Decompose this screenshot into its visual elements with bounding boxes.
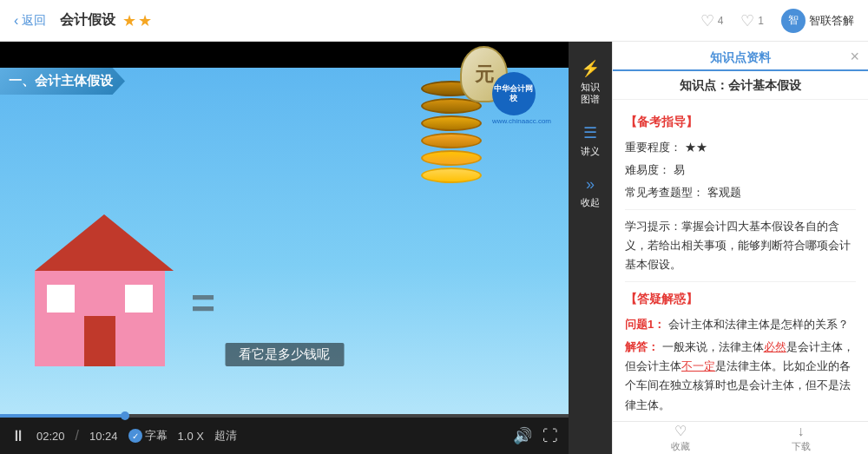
question-type-row: 常见考查题型： 客观题 [625, 183, 856, 202]
fullscreen-button[interactable]: ⛶ [542, 427, 558, 445]
logo-text: 中华会计网校 [492, 84, 536, 103]
page-title: 会计假设 [60, 11, 115, 30]
q1-label: 问题1： [625, 318, 665, 331]
q1-text: 会计主体和法律主体是怎样的关系？ [668, 318, 849, 331]
star2-icon: ★ [138, 11, 152, 30]
importance-label: 重要程度： [625, 141, 681, 154]
importance-row: 重要程度： ★★ [625, 138, 856, 157]
difficulty-label: 难易度： [625, 163, 670, 176]
progress-bar[interactable] [0, 414, 569, 418]
coin-4 [421, 133, 482, 148]
lecture-icon: ☰ [583, 123, 597, 142]
panel-close-button[interactable]: × [850, 49, 859, 64]
house-wall [35, 271, 165, 366]
question-type-label: 常见考查题型： [625, 186, 704, 199]
avatar: 智 [781, 9, 806, 33]
like-count: 4 [718, 15, 724, 27]
volume-button[interactable]: 🔊 [513, 426, 532, 445]
coins-stack: 元 [421, 81, 482, 183]
main-content: 一、会计主体假设 中华会计网校 www.chinaacc.com [0, 42, 868, 454]
divider-2 [625, 281, 856, 282]
panel-footer: ♡ 收藏 ↓ 下载 [613, 421, 868, 454]
video-controls: ⏸ 02:20 / 10:24 ✓ 字幕 1.0 X 超清 🔊 ⛶ [0, 418, 569, 454]
lecture-button[interactable]: ☰ 讲义 [569, 115, 612, 167]
logo-url: www.chinaacc.com [492, 117, 551, 125]
video-subtitle: 看它是多少钱呢 [225, 343, 344, 366]
study-hint-text: 学习提示：掌握会计四大基本假设各自的含义，若给出相关事项，能够判断符合哪项会计基… [625, 220, 851, 271]
study-hint: 学习提示：掌握会计四大基本假设各自的含义，若给出相关事项，能够判断符合哪项会计基… [625, 217, 856, 274]
dislike-group[interactable]: ♡ 1 [740, 11, 764, 30]
coin-3 [421, 115, 482, 131]
a1-highlight1: 必然 [764, 340, 786, 353]
lecture-label: 讲义 [581, 145, 600, 158]
caption-label: 字幕 [145, 428, 168, 444]
a1-text1: 一般来说，法律主体 [662, 340, 764, 353]
knowledge-panel: × 知识点资料 知识点：会计基本假设 【备考指导】 重要程度： ★★ 难易度： … [612, 42, 868, 454]
difficulty-row: 难易度： 易 [625, 161, 856, 180]
header-right: ♡ 4 ♡ 1 智 智联答解 [700, 9, 854, 33]
caption-toggle[interactable]: ✓ 字幕 [128, 428, 168, 444]
window-right [125, 285, 153, 313]
panel-body: 【备考指导】 重要程度： ★★ 难易度： 易 常见考查题型： 客观题 学习提示：… [613, 100, 868, 421]
quality-control[interactable]: 超清 [214, 428, 237, 444]
house-door [84, 316, 115, 366]
play-pause-button[interactable]: ⏸ [10, 427, 26, 445]
star1-icon: ★ [122, 11, 136, 30]
progress-fill [0, 414, 125, 418]
a1-highlight2: 不一定 [681, 359, 715, 372]
question-type-value: 客观题 [707, 186, 741, 199]
importance-value: ★★ [685, 141, 707, 154]
collect-label: 收藏 [671, 440, 690, 453]
video-scene: 一、会计主体假设 中华会计网校 www.chinaacc.com [0, 42, 569, 414]
collapse-button[interactable]: » 收起 [569, 167, 612, 218]
user-menu[interactable]: 智 智联答解 [781, 9, 854, 33]
divider-1 [625, 209, 856, 210]
coin-5 [421, 150, 482, 166]
logo: 中华会计网校 www.chinaacc.com [492, 72, 551, 125]
header: ‹ 返回 会计假设 ★ ★ ♡ 4 ♡ 1 智 智联答解 [0, 0, 868, 42]
speed-control[interactable]: 1.0 X [178, 430, 204, 443]
knowledge-label: 知识 图谱 [581, 81, 600, 106]
house-illustration [35, 214, 174, 366]
back-arrow-icon: ‹ [14, 13, 18, 29]
a1-row: 解答： 一般来说，法律主体必然是会计主体，但会计主体不一定是法律主体。比如企业的… [625, 338, 856, 414]
collapse-icon: » [586, 175, 595, 194]
collect-button[interactable]: ♡ 收藏 [671, 423, 690, 453]
panel-tab[interactable]: 知识点资料 [613, 42, 868, 71]
like-group[interactable]: ♡ 4 [700, 11, 724, 30]
coin-6 [421, 168, 482, 183]
answer-title: 【答疑解惑】 [625, 289, 856, 310]
knowledge-icon: ⚡ [581, 59, 600, 78]
thumbs-up-icon: ♡ [700, 11, 714, 30]
equals-sign: = [191, 280, 215, 327]
check-icon: ✓ [128, 429, 142, 443]
user-name: 智联答解 [809, 13, 854, 29]
current-time: 02:20 [36, 430, 65, 443]
dislike-count: 1 [758, 15, 764, 27]
back-button[interactable]: ‹ 返回 [14, 13, 46, 29]
knowledge-graph-button[interactable]: ⚡ 知识 图谱 [569, 50, 612, 115]
download-button[interactable]: ↓ 下载 [792, 424, 811, 453]
collapse-label: 收起 [581, 196, 600, 209]
panel-subtitle: 知识点：会计基本假设 [613, 71, 868, 100]
video-container[interactable]: 一、会计主体假设 中华会计网校 www.chinaacc.com [0, 42, 569, 414]
thumbs-down-icon: ♡ [740, 11, 754, 30]
back-label: 返回 [22, 13, 46, 29]
q1-row: 问题1： 会计主体和法律主体是怎样的关系？ [625, 315, 856, 334]
difficulty-value: 易 [674, 163, 685, 176]
exam-guide-title: 【备考指导】 [625, 112, 856, 133]
scene-label: 一、会计主体假设 [0, 68, 125, 95]
collect-icon: ♡ [674, 423, 687, 439]
window-left [47, 285, 75, 313]
download-icon: ↓ [798, 424, 805, 439]
total-time: 10:24 [89, 430, 118, 443]
house-roof [35, 214, 174, 271]
video-area: 一、会计主体假设 中华会计网校 www.chinaacc.com [0, 42, 569, 454]
side-buttons: ⚡ 知识 图谱 ☰ 讲义 » 收起 [569, 42, 612, 454]
time-separator: / [76, 428, 79, 444]
logo-circle: 中华会计网校 [492, 72, 536, 115]
download-label: 下载 [792, 440, 811, 453]
a1-label: 解答： [625, 340, 659, 353]
